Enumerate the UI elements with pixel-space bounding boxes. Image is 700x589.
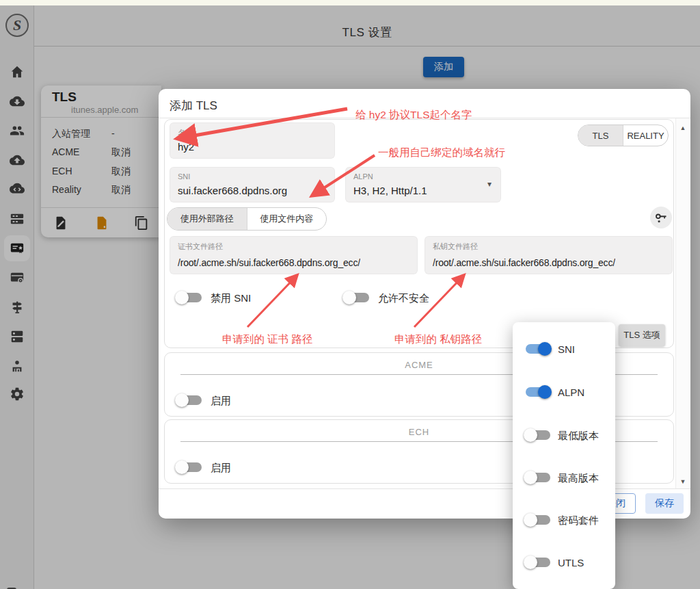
key-management-button[interactable]: [650, 207, 672, 228]
name-field[interactable]: 名称 hy2: [170, 122, 335, 159]
alpn-select-label: ALPN: [353, 172, 373, 181]
allow-insecure-label: 允许不安全: [378, 292, 429, 305]
acme-enable-label: 启用: [211, 395, 231, 408]
popup-min-version-switch[interactable]: [525, 428, 551, 442]
tls-options-popup: SNI ALPN 最低版本 最高版本 密码套件 UTLS: [513, 322, 615, 589]
popup-sni-label: SNI: [558, 343, 575, 355]
dialog-title: 添加 TLS: [170, 98, 217, 114]
cert-path-value: /root/.acme.sh/sui.facker668.dpdns.org_e…: [178, 257, 360, 268]
window-top-strip: [0, 0, 700, 5]
use-external-path-button[interactable]: 使用外部路径: [167, 208, 247, 230]
tab-tls[interactable]: TLS: [578, 125, 623, 146]
tab-reality[interactable]: REALITY: [623, 125, 668, 146]
cert-path-field[interactable]: 证书文件路径 /root/.acme.sh/sui.facker668.dpdn…: [170, 236, 418, 274]
popup-cipher-suites-switch[interactable]: [525, 513, 551, 527]
scroll-up-icon[interactable]: ▲: [678, 125, 688, 131]
sni-field[interactable]: SNI sui.facker668.dpdns.org: [170, 167, 335, 202]
alpn-select-value: H3, H2, Http/1.1: [353, 185, 427, 196]
key-path-label: 私钥文件路径: [433, 241, 478, 252]
ech-enable-label: 启用: [211, 462, 231, 475]
screen: TLS 设置 S 添加: [0, 0, 700, 589]
popup-min-version-label: 最低版本: [558, 430, 599, 443]
tls-options-button[interactable]: TLS 选项: [619, 324, 665, 346]
cert-source-toggle: 使用外部路径 使用文件内容: [167, 207, 327, 231]
alpn-select[interactable]: ALPN H3, H2, Http/1.1 ▾: [345, 167, 501, 202]
sni-field-value: sui.facker668.dpdns.org: [178, 185, 287, 196]
key-path-value: /root/.acme.sh/sui.facker668.dpdns.org_e…: [433, 257, 615, 268]
popup-utls-switch[interactable]: [525, 555, 551, 569]
key-path-field[interactable]: 私钥文件路径 /root/.acme.sh/sui.facker668.dpdn…: [425, 236, 673, 274]
popup-max-version-switch[interactable]: [525, 471, 551, 484]
sni-field-label: SNI: [178, 172, 190, 181]
chevron-down-icon[interactable]: ▾: [487, 179, 492, 189]
name-field-label: 名称: [178, 128, 193, 138]
name-field-value: hy2: [178, 141, 194, 153]
popup-cipher-suites-label: 密码套件: [558, 514, 599, 527]
cert-path-label: 证书文件路径: [178, 241, 223, 252]
popup-alpn-switch[interactable]: [525, 385, 551, 399]
scroll-down-icon[interactable]: ▼: [678, 478, 688, 485]
disable-sni-switch[interactable]: [176, 291, 202, 304]
acme-enable-switch[interactable]: [176, 393, 202, 407]
divider: [159, 118, 690, 118]
ech-enable-switch[interactable]: [176, 460, 202, 474]
popup-utls-label: UTLS: [558, 557, 584, 568]
allow-insecure-switch[interactable]: [344, 291, 370, 304]
dialog-scrollbar[interactable]: [675, 118, 689, 489]
use-file-content-button[interactable]: 使用文件内容: [247, 208, 327, 230]
disable-sni-label: 禁用 SNI: [211, 292, 251, 305]
save-button[interactable]: 保存: [645, 493, 684, 514]
popup-max-version-label: 最高版本: [558, 472, 599, 485]
tls-reality-tabs: TLS REALITY: [578, 125, 669, 146]
popup-sni-switch[interactable]: [525, 342, 551, 356]
popup-alpn-label: ALPN: [558, 387, 584, 398]
